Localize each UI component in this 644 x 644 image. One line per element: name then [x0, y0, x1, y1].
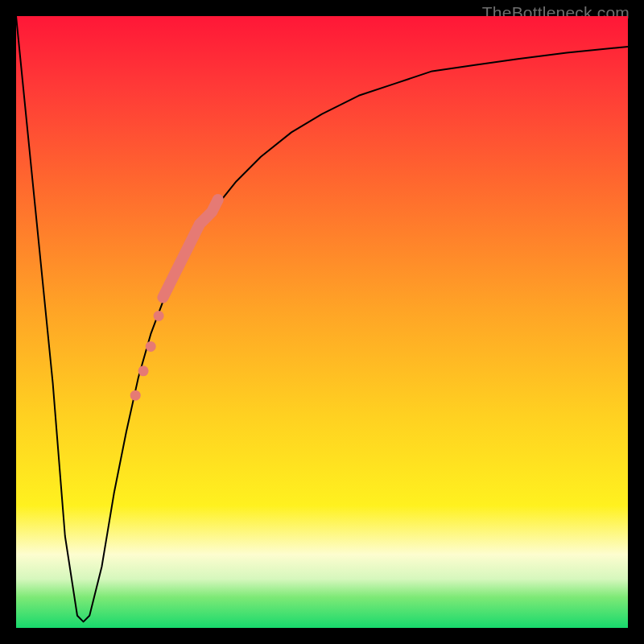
series-bottleneck-curve [16, 16, 628, 621]
highlight-dot [154, 311, 164, 321]
highlight-segment [163, 200, 217, 298]
chart-frame: TheBottleneck.com [0, 0, 644, 644]
highlight-dot [130, 390, 141, 401]
highlight-dot [138, 365, 149, 376]
plot-area [16, 16, 628, 628]
curve-svg [16, 16, 628, 628]
highlight-dot [146, 341, 156, 352]
